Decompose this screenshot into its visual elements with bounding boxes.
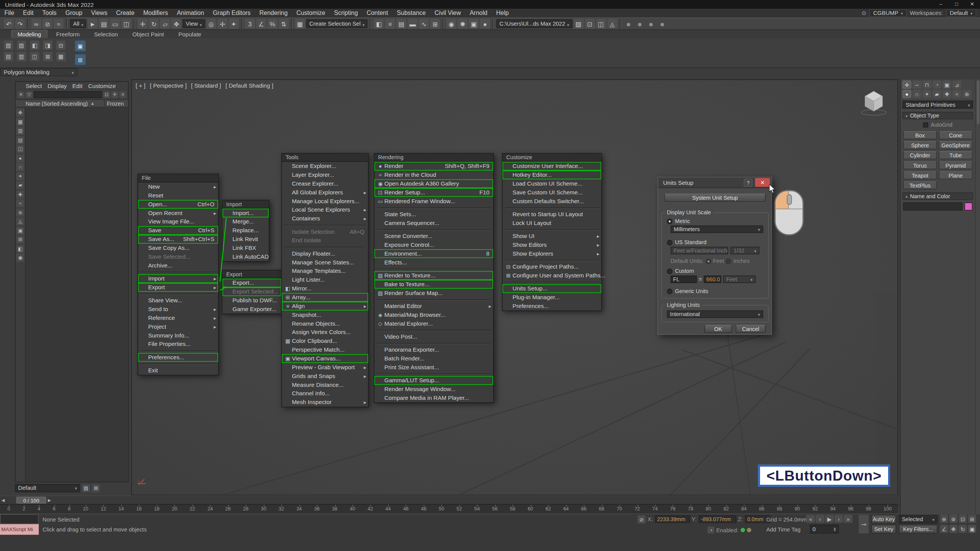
- menu-item[interactable]: State Sets...: [374, 210, 493, 219]
- menu-item[interactable]: Measure Distance...: [282, 380, 368, 389]
- explorer-find-icon[interactable]: ✥: [16, 109, 24, 117]
- filter-funnel-icon[interactable]: ▽: [26, 91, 33, 98]
- menu-item[interactable]: ◧ Mirror...: [282, 284, 368, 293]
- maxscript-mini-listener[interactable]: MAXScript Mi: [0, 514, 39, 536]
- menu-item[interactable]: Link Revit: [222, 235, 269, 244]
- display-tab-icon[interactable]: ▣: [942, 81, 951, 89]
- menu-item[interactable]: Project: [138, 322, 218, 331]
- explorer-display-groups-icon[interactable]: ⊛: [16, 208, 24, 216]
- maximize-viewport-icon[interactable]: ▣: [968, 525, 976, 533]
- angle-snap-icon[interactable]: ∠: [256, 19, 266, 29]
- explorer-display-spacewarps-icon[interactable]: ≈: [16, 199, 24, 207]
- menu-item[interactable]: Share View...: [138, 296, 218, 305]
- menu-item[interactable]: Import: [138, 274, 218, 283]
- spinner-icon[interactable]: ▲▼: [833, 527, 836, 531]
- menu-item[interactable]: Save Ctrl+S: [138, 226, 218, 235]
- toolbar-separator[interactable]: [66, 19, 67, 29]
- toolbar-separator[interactable]: [443, 19, 444, 29]
- align-icon[interactable]: ≡: [385, 19, 395, 29]
- explorer-display-xrefs-icon[interactable]: ◬: [16, 217, 24, 225]
- menu-item[interactable]: Snapshot...: [282, 310, 368, 319]
- go-to-end-icon[interactable]: »: [844, 515, 853, 523]
- menu-item[interactable]: ◇ Material Explorer...: [374, 319, 493, 328]
- explorer-display-helpers-icon[interactable]: ✚: [16, 190, 24, 198]
- explorer-display-hidden-icon[interactable]: ◉: [16, 254, 24, 262]
- pan-icon[interactable]: ✥: [949, 525, 957, 533]
- custom-radio[interactable]: [667, 268, 673, 274]
- primitive-button[interactable]: Pyramid: [939, 161, 972, 169]
- menu-item[interactable]: Crease Explorer...: [282, 179, 368, 188]
- menu-item[interactable]: Channel Info...: [282, 389, 368, 398]
- modify-tab-icon[interactable]: ∽: [913, 81, 921, 89]
- menubar-item[interactable]: Substance: [392, 9, 430, 18]
- menu-item[interactable]: Link FBX: [222, 244, 269, 253]
- motion-tab-icon[interactable]: ◔: [933, 81, 941, 89]
- menubar-item[interactable]: Civil View: [430, 9, 466, 18]
- schematic-view-icon[interactable]: ⊞: [430, 19, 440, 29]
- zoom-icon[interactable]: ⊕: [940, 515, 948, 523]
- frozen-column-header[interactable]: Frozen: [105, 100, 128, 106]
- viewport-layout-icon[interactable]: ◫: [596, 19, 606, 29]
- adaptive-degradation-status[interactable]: ◔ Enabled:: [707, 527, 751, 533]
- menu-item[interactable]: Merge...: [222, 217, 269, 226]
- auto-key-button[interactable]: Auto Key: [871, 515, 896, 523]
- menu-item[interactable]: Export: [138, 283, 218, 292]
- primitive-button[interactable]: Plane: [939, 171, 972, 179]
- sort-column-header[interactable]: Name (Sorted Ascending) ▲: [16, 100, 105, 106]
- set-key-button[interactable]: Set Key: [871, 525, 896, 533]
- menu-item[interactable]: ⊠ Configure User and System Paths...: [503, 271, 601, 280]
- menu-item[interactable]: ▦ Color Clipboard...: [282, 337, 368, 346]
- selection-filter-dropdown[interactable]: All: [70, 20, 87, 28]
- next-frame-arrow-icon[interactable]: ▶: [46, 497, 52, 502]
- utilities-tab-icon[interactable]: ⊿: [952, 81, 961, 89]
- primitive-button[interactable]: Sphere: [903, 141, 937, 149]
- menu-item[interactable]: ▨ Render to Texture...: [374, 271, 493, 280]
- explorer-display-bones-icon[interactable]: ▣: [16, 227, 24, 235]
- select-and-move-icon[interactable]: ✛: [138, 19, 148, 29]
- menu-separator[interactable]: [503, 227, 601, 231]
- menu-separator[interactable]: [138, 362, 218, 366]
- y-coordinate-field[interactable]: -893.077mm: [699, 515, 736, 523]
- menu-item[interactable]: ● Render Shift+Q, Shift+F9: [374, 162, 493, 171]
- current-frame-field[interactable]: 0 ▲▼: [810, 525, 839, 533]
- explorer-settings-icon[interactable]: ≡: [119, 91, 126, 98]
- menu-item[interactable]: Manage Templates...: [282, 267, 368, 276]
- menu-item[interactable]: Video Post...: [374, 333, 493, 341]
- workspace-dropdown[interactable]: Default: [946, 9, 976, 17]
- curve-editor-icon[interactable]: ∿: [419, 19, 429, 29]
- ribbon-tool-icon[interactable]: ▨: [17, 41, 26, 50]
- use-pivot-point-center-icon[interactable]: ◎: [206, 19, 216, 29]
- zoom-extents-all-icon[interactable]: ⊞: [968, 515, 976, 523]
- menu-item[interactable]: ⊡ Render Setup... F10: [374, 188, 493, 197]
- menu-item[interactable]: Archive...: [138, 261, 218, 270]
- redo-icon[interactable]: ↷: [15, 19, 25, 29]
- explorer-select-children-icon[interactable]: ◫: [16, 145, 24, 153]
- menu-item[interactable]: Light Lister...: [282, 276, 368, 284]
- lighting-units-dropdown[interactable]: International: [667, 310, 763, 318]
- edit-named-selection-sets-icon[interactable]: ▦: [295, 19, 305, 29]
- sample-sphere-icon[interactable]: ●: [657, 19, 667, 29]
- menu-item[interactable]: Print Size Assistant...: [374, 363, 493, 372]
- menu-item[interactable]: Custom Defaults Switcher...: [503, 197, 601, 205]
- popup-caption[interactable]: Customize: [503, 154, 601, 162]
- macro-recorder-field[interactable]: [0, 514, 39, 524]
- percent-snap-icon[interactable]: %: [268, 19, 278, 29]
- menu-item[interactable]: ▣ Viewport Canvas...: [282, 354, 368, 363]
- selection-lock-icon[interactable]: ⊘: [637, 515, 645, 523]
- primitive-button[interactable]: Cylinder: [903, 151, 937, 159]
- menubar-item[interactable]: Customize: [292, 9, 330, 18]
- default-set-dropdown[interactable]: Default: [15, 484, 80, 492]
- layer-explorer-icon[interactable]: ▤: [396, 19, 406, 29]
- menu-separator[interactable]: [282, 223, 368, 227]
- command-panel-scrollbar[interactable]: [975, 79, 980, 515]
- menu-item[interactable]: Save Selected...: [138, 253, 218, 261]
- explorer-display-cameras-icon[interactable]: ▰: [16, 181, 24, 189]
- create-tab-icon[interactable]: ✛: [903, 81, 911, 89]
- us-fraction-dropdown[interactable]: 1/32: [731, 247, 760, 254]
- snaps-toggle-icon[interactable]: 3: [245, 19, 255, 29]
- orbit-icon[interactable]: ↻: [959, 525, 967, 533]
- explorer-menu-item[interactable]: Display: [47, 83, 67, 90]
- cameras-category-icon[interactable]: ▰: [933, 90, 941, 98]
- menu-separator[interactable]: [374, 227, 493, 231]
- toolbar-separator[interactable]: [241, 19, 242, 29]
